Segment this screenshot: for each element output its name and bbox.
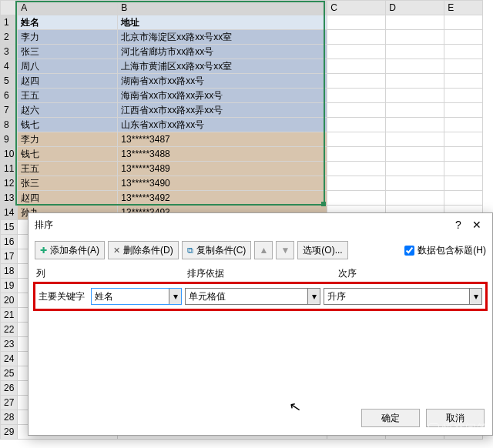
row-header-19[interactable]: 19	[1, 279, 18, 293]
cell-A8[interactable]: 钱七	[18, 118, 118, 132]
column-header-B[interactable]: B	[118, 1, 327, 15]
row-header-13[interactable]: 13	[1, 191, 18, 206]
cell-D3[interactable]	[386, 45, 444, 59]
row-header-15[interactable]: 15	[1, 220, 18, 235]
cell-D12[interactable]	[386, 176, 444, 191]
cell-C6[interactable]	[327, 89, 386, 103]
cell-B5[interactable]: 湖南省xx市xx路xx号	[118, 74, 327, 89]
cell-A5[interactable]: 赵四	[18, 74, 118, 89]
row-header-20[interactable]: 20	[1, 293, 18, 308]
cell-E8[interactable]	[444, 118, 483, 132]
column-header-A[interactable]: A	[18, 1, 118, 15]
row-header-27[interactable]: 27	[1, 396, 18, 410]
cell-D8[interactable]	[386, 118, 444, 132]
row-header-1[interactable]: 1	[1, 15, 18, 30]
cell-C3[interactable]	[327, 45, 386, 59]
cell-D5[interactable]	[386, 74, 444, 89]
cell-C13[interactable]	[327, 191, 386, 206]
row-header-25[interactable]: 25	[1, 366, 18, 381]
cell-A10[interactable]: 钱七	[18, 147, 118, 162]
cell-E4[interactable]	[444, 59, 483, 74]
cell-C12[interactable]	[327, 176, 386, 191]
cell-A13[interactable]: 赵四	[18, 191, 118, 206]
cell-D11[interactable]	[386, 162, 444, 176]
row-header-18[interactable]: 18	[1, 264, 18, 279]
row-header-24[interactable]: 24	[1, 352, 18, 366]
add-condition-button[interactable]: ✚ 添加条件(A)	[35, 241, 105, 259]
cell-C2[interactable]	[327, 30, 386, 45]
cell-A3[interactable]: 张三	[18, 45, 118, 59]
row-header-11[interactable]: 11	[1, 162, 18, 176]
cell-E3[interactable]	[444, 45, 483, 59]
cell-A7[interactable]: 赵六	[18, 103, 118, 118]
header-checkbox[interactable]: 数据包含标题(H)	[404, 244, 486, 257]
cell-B3[interactable]: 河北省廊坊市xx路xx号	[118, 45, 327, 59]
cell-B2[interactable]: 北京市海淀区xx路xx号xx室	[118, 30, 327, 45]
cell-A9[interactable]: 李力	[18, 132, 118, 147]
column-header-E[interactable]: E	[444, 1, 483, 15]
row-header-16[interactable]: 16	[1, 235, 18, 249]
column-header-C[interactable]: C	[327, 1, 386, 15]
row-header-17[interactable]: 17	[1, 249, 18, 264]
ok-button[interactable]: 确定	[361, 409, 420, 427]
cell-E10[interactable]	[444, 147, 483, 162]
cell-D1[interactable]	[386, 15, 444, 30]
row-header-22[interactable]: 22	[1, 323, 18, 337]
dialog-titlebar[interactable]: 排序 ? ✕	[29, 213, 492, 236]
row-header-9[interactable]: 9	[1, 132, 18, 147]
cell-E13[interactable]	[444, 191, 483, 206]
row-header-6[interactable]: 6	[1, 89, 18, 103]
cell-C10[interactable]	[327, 147, 386, 162]
cell-B9[interactable]: 13*****3487	[118, 132, 327, 147]
cell-D4[interactable]	[386, 59, 444, 74]
column-header-D[interactable]: D	[386, 1, 444, 15]
cell-B6[interactable]: 海南省xx市xx路xx弄xx号	[118, 89, 327, 103]
cell-B12[interactable]: 13*****3490	[118, 176, 327, 191]
row-header-21[interactable]: 21	[1, 308, 18, 323]
cell-C4[interactable]	[327, 59, 386, 74]
cell-A6[interactable]: 王五	[18, 89, 118, 103]
cell-E9[interactable]	[444, 132, 483, 147]
cell-B13[interactable]: 13*****3492	[118, 191, 327, 206]
cell-B7[interactable]: 江西省xx市xx路xx弄xx号	[118, 103, 327, 118]
cell-E2[interactable]	[444, 30, 483, 45]
cell-C1[interactable]	[327, 15, 386, 30]
row-header-2[interactable]: 2	[1, 30, 18, 45]
row-header-23[interactable]: 23	[1, 337, 18, 352]
cell-B1[interactable]: 地址	[118, 15, 327, 30]
copy-condition-button[interactable]: ⧉ 复制条件(C)	[182, 241, 252, 259]
sort-by-combo[interactable]: 单元格值 ▾	[185, 288, 320, 305]
select-all-corner[interactable]	[1, 1, 18, 15]
row-header-14[interactable]: 14	[1, 206, 18, 220]
cell-E12[interactable]	[444, 176, 483, 191]
header-checkbox-input[interactable]	[404, 246, 414, 256]
close-button[interactable]: ✕	[468, 219, 486, 231]
row-header-12[interactable]: 12	[1, 176, 18, 191]
row-header-7[interactable]: 7	[1, 103, 18, 118]
cell-D10[interactable]	[386, 147, 444, 162]
cell-E11[interactable]	[444, 162, 483, 176]
row-header-26[interactable]: 26	[1, 381, 18, 396]
cell-E5[interactable]	[444, 74, 483, 89]
cell-C7[interactable]	[327, 103, 386, 118]
cell-A11[interactable]: 王五	[18, 162, 118, 176]
row-header-8[interactable]: 8	[1, 118, 18, 132]
row-header-29[interactable]: 29	[1, 425, 18, 440]
cell-C11[interactable]	[327, 162, 386, 176]
row-header-10[interactable]: 10	[1, 147, 18, 162]
cell-E6[interactable]	[444, 89, 483, 103]
cell-D7[interactable]	[386, 103, 444, 118]
sort-order-combo[interactable]: 升序 ▾	[324, 288, 482, 305]
help-button[interactable]: ?	[449, 219, 468, 231]
cancel-button[interactable]: 取消	[426, 409, 485, 427]
cell-B8[interactable]: 山东省xx市xx路xx号	[118, 118, 327, 132]
cell-C9[interactable]	[327, 132, 386, 147]
cell-B10[interactable]: 13*****3488	[118, 147, 327, 162]
cell-D2[interactable]	[386, 30, 444, 45]
cell-A1[interactable]: 姓名	[18, 15, 118, 30]
cell-E1[interactable]	[444, 15, 483, 30]
cell-D13[interactable]	[386, 191, 444, 206]
cell-A2[interactable]: 李力	[18, 30, 118, 45]
move-up-button[interactable]: ▲	[254, 241, 273, 259]
cell-A4[interactable]: 周八	[18, 59, 118, 74]
